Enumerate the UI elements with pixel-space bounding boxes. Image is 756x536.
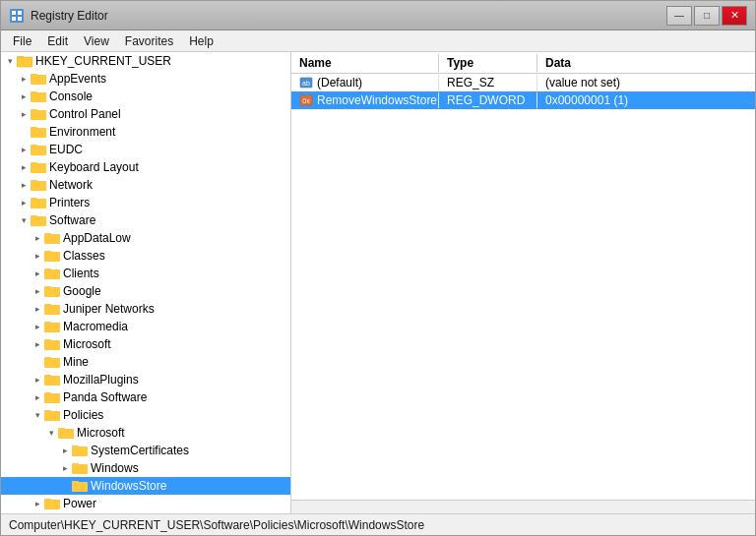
folder-icon-macromedia [44,320,60,333]
toggle-hkcu[interactable] [3,54,17,68]
label-classes: Classes [63,249,105,263]
toggle-printers[interactable] [17,196,31,209]
detail-cell-type-removewindowsstore: REG_DWORD [439,92,537,108]
svg-rect-43 [44,375,51,378]
svg-rect-31 [44,268,51,271]
folder-icon-systemcerts [72,444,88,457]
svg-rect-47 [44,410,51,413]
tree-item-keyboardlayout[interactable]: Keyboard Layout [1,158,290,176]
tree-item-hkcu[interactable]: HKEY_CURRENT_USER [1,52,290,70]
label-windows: Windows [91,461,139,475]
folder-icon-mozillaplugins [44,373,60,387]
svg-rect-15 [31,127,37,130]
tree-item-mozillaplugins[interactable]: MozillaPlugins [1,371,290,388]
registry-tree[interactable]: HKEY_CURRENT_USER AppEvents Console Cont… [1,52,291,513]
toggle-classes[interactable] [31,249,44,263]
tree-item-appevents[interactable]: AppEvents [1,70,290,88]
detail-cell-type-default: REG_SZ [439,75,537,90]
tree-item-appdatalow[interactable]: AppDataLow [1,229,290,247]
svg-rect-9 [31,74,37,77]
svg-rect-23 [31,198,37,201]
toggle-pandasoftware[interactable] [31,390,44,404]
tree-item-mine[interactable]: Mine [1,353,290,371]
toggle-policies[interactable] [31,408,44,422]
detail-row-removewindowsstore[interactable]: 0x RemoveWindowsStore REG_DWORD 0x000000… [291,91,755,109]
svg-rect-41 [44,357,51,360]
toggle-software-microsoft[interactable] [31,337,44,351]
label-environment: Environment [49,125,115,139]
svg-rect-21 [31,180,37,183]
detail-row-default[interactable]: ab (Default) REG_SZ (value not set) [291,74,755,91]
tree-item-software[interactable]: Software [1,211,290,229]
label-power: Power [63,497,96,510]
label-pandasoftware: Panda Software [63,390,147,404]
tree-item-policies[interactable]: Policies [1,406,290,424]
toggle-power[interactable] [31,497,44,510]
label-eudc: EUDC [49,143,83,156]
tree-item-juniper[interactable]: Juniper Networks [1,300,290,318]
toggle-macromedia[interactable] [31,320,44,333]
svg-rect-57 [44,499,51,502]
col-type-header: Type [439,54,537,72]
toggle-juniper[interactable] [31,302,44,316]
svg-rect-13 [31,109,37,112]
tree-item-environment[interactable]: Environment [1,123,290,141]
tree-item-google[interactable]: Google [1,282,290,300]
label-hkcu: HKEY_CURRENT_USER [35,54,171,68]
tree-item-systemcerts[interactable]: SystemCertificates [1,442,290,459]
toggle-mozillaplugins[interactable] [31,373,44,387]
maximize-button[interactable]: □ [694,6,720,26]
toggle-clients[interactable] [31,267,44,280]
tree-item-windowsstore[interactable]: WindowsStore [1,477,290,495]
toggle-appdatalow[interactable] [31,231,44,245]
svg-text:0x: 0x [302,97,310,104]
label-windowsstore: WindowsStore [91,479,166,493]
close-button[interactable]: ✕ [722,6,747,26]
folder-icon-keyboardlayout [31,160,46,174]
folder-icon-mine [44,355,60,369]
tree-item-windows[interactable]: Windows [1,459,290,477]
svg-rect-55 [72,481,79,484]
svg-rect-29 [44,251,51,254]
tree-item-console[interactable]: Console [1,88,290,105]
folder-icon-windows [72,461,88,475]
tree-item-power[interactable]: Power [1,495,290,512]
folder-icon-policies-microsoft [58,426,74,440]
tree-item-eudc[interactable]: EUDC [1,141,290,158]
detail-hscrollbar[interactable] [291,500,755,513]
toggle-controlpanel[interactable] [17,107,31,121]
tree-item-controlpanel[interactable]: Control Panel [1,105,290,123]
tree-item-classes[interactable]: Classes [1,247,290,265]
menu-view[interactable]: View [76,32,117,50]
toggle-console[interactable] [17,89,31,103]
tree-item-policies-microsoft[interactable]: Microsoft [1,424,290,442]
menu-edit[interactable]: Edit [39,32,76,50]
toggle-appevents[interactable] [17,72,31,86]
toggle-policies-microsoft[interactable] [44,426,58,440]
menu-favorites[interactable]: Favorites [117,32,181,50]
tree-item-printers[interactable]: Printers [1,194,290,211]
menu-file[interactable]: File [5,32,39,50]
folder-icon-eudc [31,143,46,156]
folder-icon-juniper [44,302,60,316]
folder-icon-google [44,284,60,298]
tree-item-software-microsoft[interactable]: Microsoft [1,335,290,353]
folder-icon-appdatalow [44,231,60,245]
toggle-keyboardlayout[interactable] [17,160,31,174]
toggle-network[interactable] [17,178,31,192]
toggle-eudc[interactable] [17,143,31,156]
toggle-google[interactable] [31,284,44,298]
label-policies: Policies [63,408,103,422]
tree-item-pandasoftware[interactable]: Panda Software [1,388,290,406]
tree-item-clients[interactable]: Clients [1,265,290,282]
menu-help[interactable]: Help [181,32,221,50]
toggle-software[interactable] [17,213,31,227]
folder-icon-policies [44,408,60,422]
tree-item-network[interactable]: Network [1,176,290,194]
toggle-systemcerts[interactable] [58,444,72,457]
label-software: Software [49,213,95,227]
label-appevents: AppEvents [49,72,106,86]
minimize-button[interactable]: — [666,6,692,26]
tree-item-macromedia[interactable]: Macromedia [1,318,290,335]
toggle-windows[interactable] [58,461,72,475]
